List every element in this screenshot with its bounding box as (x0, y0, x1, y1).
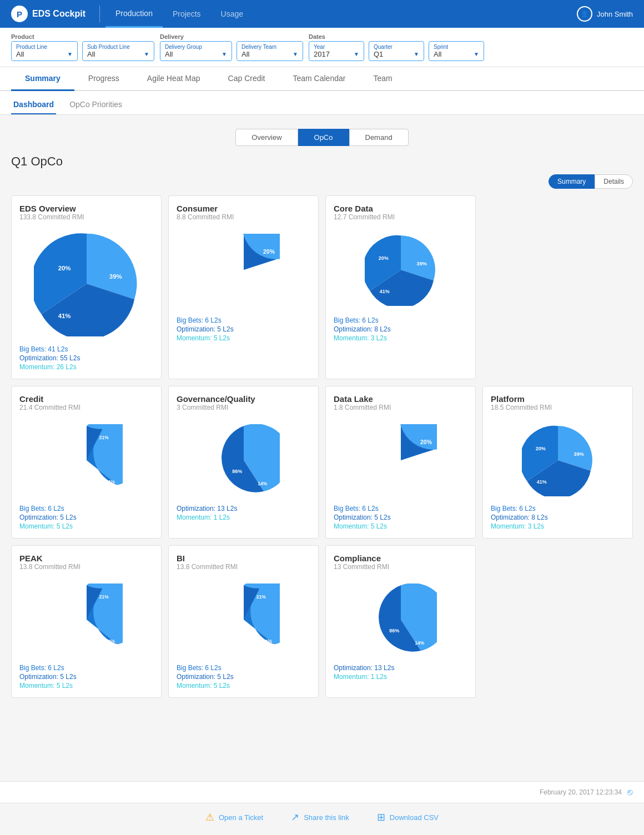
year-label: Year (314, 44, 359, 50)
download-csv-action[interactable]: ⊞ Download CSV (377, 811, 439, 823)
tab-team-calendar[interactable]: Team Calendar (279, 67, 359, 90)
svg-text:20%: 20% (420, 439, 432, 445)
toggle-demand[interactable]: Demand (349, 129, 409, 146)
dates-filter-group: Dates Year 2017 ▼ Quarter Q1 ▼ Sprint Al… (309, 33, 484, 61)
product-line-arrow: ▼ (67, 51, 73, 57)
app-title: EDS Cockpit (32, 9, 85, 19)
consumer-bets: Big Bets: 6 L2s (177, 316, 310, 324)
tab-cap-credit[interactable]: Cap Credit (214, 67, 279, 90)
main-tabs: Summary Progress Agile Heat Map Cap Cred… (0, 67, 644, 91)
nav-usage[interactable]: Usage (211, 0, 253, 28)
card-eds-title: EDS Overview (19, 204, 153, 213)
product-line-select[interactable]: Product Line All ▼ (11, 41, 78, 61)
timestamp: February 20, 2017 12:23:34 (540, 788, 622, 796)
card-credit-subtitle: 21.4 Committed RMI (19, 404, 153, 411)
quarter-select[interactable]: Quarter Q1 ▼ (369, 41, 424, 61)
product-line-value: All (16, 50, 24, 58)
svg-text:21%: 21% (99, 435, 108, 440)
svg-text:14%: 14% (105, 479, 115, 485)
sprint-value: All (434, 50, 441, 58)
nav-projects[interactable]: Projects (163, 0, 211, 28)
svg-text:14%: 14% (105, 638, 115, 644)
tab-team[interactable]: Team (359, 67, 406, 90)
view-details-btn[interactable]: Details (595, 174, 633, 189)
consumer-opt: Optimization: 5 L2s (177, 325, 310, 333)
card-data-lake: Data Lake 1.8 Committed RMI 80% 20% Big … (325, 386, 476, 539)
card-peak: PEAK 13.8 Committed RMI 65% 14% 21% Big … (11, 545, 162, 698)
toggle-opco[interactable]: OpCo (298, 129, 349, 146)
card-core-legend: Big Bets: 6 L2s Optimization: 8 L2s Mome… (334, 316, 467, 342)
product-line-select-label: Product Line (16, 44, 73, 50)
card-eds-subtitle: 133.8 Committed RMI (19, 213, 153, 221)
card-platform-subtitle: 18.5 Committed RMI (491, 404, 625, 411)
sub-tab-dashboard[interactable]: Dashboard (11, 95, 56, 114)
card-governance: Governance/Quality 3 Committed RMI 86% 1… (168, 386, 319, 539)
sub-tab-opco-priorities[interactable]: OpCo Priorities (67, 95, 124, 114)
sub-tabs: Dashboard OpCo Priorities (0, 91, 644, 115)
view-toggle: Summary Details (11, 174, 633, 189)
cards-row-2: Credit 21.4 Committed RMI 65% 14% 21% Bi… (11, 386, 633, 539)
nav-production[interactable]: Production (105, 0, 163, 28)
legend-mom: Momentum: 26 L2s (19, 363, 153, 371)
card-data-lake-subtitle: 1.8 Committed RMI (334, 404, 467, 411)
svg-text:21%: 21% (99, 594, 108, 600)
svg-text:65%: 65% (69, 626, 79, 632)
consumer-mom: Momentum: 5 L2s (177, 334, 310, 342)
delivery-filter-group: Delivery Delivery Group All ▼ Delivery T… (160, 33, 303, 61)
card-platform-title: Platform (491, 394, 625, 404)
delivery-group-label: Delivery Group (165, 44, 227, 50)
sprint-select[interactable]: Sprint All ▼ (429, 41, 484, 61)
card-peak-subtitle: 13.8 Committed RMI (19, 563, 153, 571)
card-core-data: Core Data 12.7 Committed RMI 39% 41% 20%… (325, 195, 476, 379)
delivery-team-value: All (242, 50, 249, 58)
year-select[interactable]: Year 2017 ▼ (309, 41, 364, 61)
delivery-group-value: All (165, 50, 173, 58)
svg-text:65%: 65% (69, 467, 79, 472)
card-consumer-legend: Big Bets: 6 L2s Optimization: 5 L2s Mome… (177, 316, 310, 342)
share-link-action[interactable]: ↗ Share this link (291, 811, 349, 823)
svg-text:20%: 20% (263, 249, 275, 255)
ticket-icon: ⚠ (205, 811, 214, 823)
svg-text:20%: 20% (58, 265, 71, 271)
delivery-group-arrow: ▼ (222, 51, 227, 57)
card-governance-subtitle: 3 Committed RMI (177, 404, 310, 411)
open-ticket-action[interactable]: ⚠ Open a Ticket (205, 811, 263, 823)
card-governance-title: Governance/Quality (177, 394, 310, 404)
svg-text:39%: 39% (573, 451, 583, 457)
cards-row-3: PEAK 13.8 Committed RMI 65% 14% 21% Big … (11, 545, 633, 698)
product-label: Product (11, 33, 154, 40)
quarter-arrow: ▼ (414, 51, 419, 57)
user-name: John Smith (597, 10, 633, 18)
delivery-label: Delivery (160, 33, 303, 40)
tab-progress[interactable]: Progress (74, 67, 133, 90)
legend-opt: Optimization: 55 L2s (19, 354, 153, 362)
card-platform: Platform 18.5 Committed RMI 39% 41% 20% … (482, 386, 633, 539)
delivery-team-select[interactable]: Delivery Team All ▼ (237, 41, 303, 61)
sprint-label: Sprint (434, 44, 479, 50)
quarter-label: Quarter (374, 44, 419, 50)
delivery-group-select[interactable]: Delivery Group All ▼ (160, 41, 232, 61)
card-consumer-title: Consumer (177, 204, 310, 213)
tab-summary[interactable]: Summary (11, 67, 74, 91)
tab-agile-heat-map[interactable]: Agile Heat Map (133, 67, 214, 90)
sub-product-line-value: All (87, 50, 95, 58)
section-title: Q1 OpCo (11, 154, 633, 169)
svg-text:14%: 14% (258, 481, 267, 487)
svg-text:14%: 14% (262, 638, 272, 644)
card-consumer-subtitle: 8.8 Committed RMI (177, 213, 310, 221)
delivery-team-arrow: ▼ (293, 51, 298, 57)
card-bi-subtitle: 13.8 Committed RMI (177, 563, 310, 571)
svg-text:41%: 41% (536, 479, 546, 485)
export-icon[interactable]: ⎋ (627, 787, 633, 797)
toggle-overview[interactable]: Overview (235, 129, 298, 146)
card-peak-title: PEAK (19, 554, 153, 563)
filter-bar: Product Product Line All ▼ Sub Product L… (0, 28, 644, 67)
card-empty (482, 545, 633, 698)
svg-text:21%: 21% (256, 594, 265, 600)
view-summary-btn[interactable]: Summary (549, 174, 595, 189)
header: P EDS Cockpit Production Projects Usage … (0, 0, 644, 28)
svg-text:39%: 39% (416, 261, 426, 266)
svg-text:86%: 86% (389, 628, 399, 633)
legend-bets: Big Bets: 41 L2s (19, 345, 153, 353)
sub-product-line-select[interactable]: Sub Product Line All ▼ (82, 41, 154, 61)
